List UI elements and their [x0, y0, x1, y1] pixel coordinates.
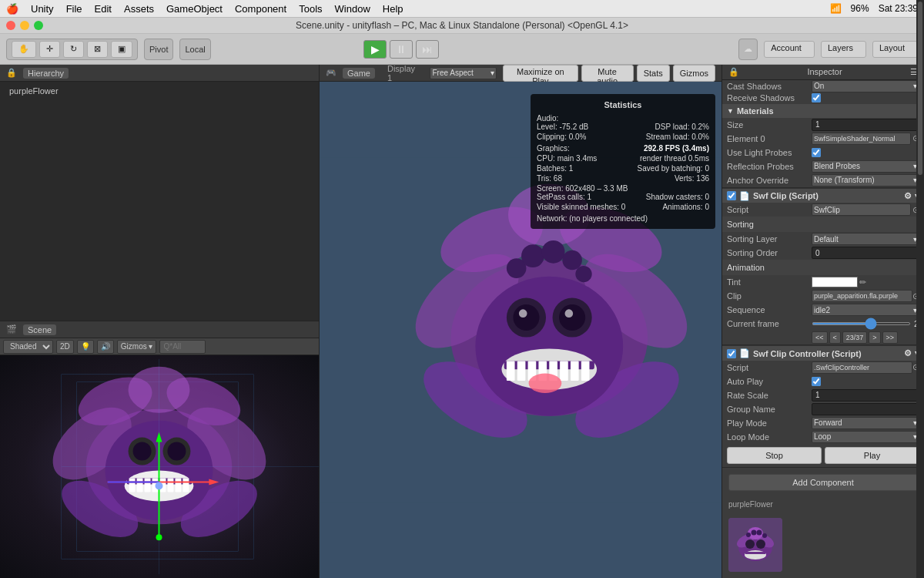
swf-clip-header[interactable]: 📄 Swf Clip (Script) ⚙ ▾: [722, 188, 924, 203]
auto-play-checkbox[interactable]: [812, 377, 821, 386]
sequence-dropdown[interactable]: idle2▾: [812, 304, 919, 316]
next-next-button[interactable]: >>: [882, 331, 899, 344]
play-action-button[interactable]: Play: [825, 447, 919, 464]
hand-tool[interactable]: ✋: [12, 41, 36, 58]
scene-tab[interactable]: Scene: [23, 324, 56, 335]
clip-label: Clip: [727, 291, 812, 301]
sorting-order-field[interactable]: [812, 247, 919, 259]
element0-dropdown[interactable]: SwfSimpleShader_Normal: [812, 133, 911, 145]
sorting-header[interactable]: Sorting: [722, 217, 924, 232]
gizmos-game-btn[interactable]: Gizmos: [673, 65, 715, 82]
layout-dropdown[interactable]: Layout: [872, 41, 918, 58]
pause-button[interactable]: ⏸: [390, 40, 413, 59]
use-light-probes-checkbox[interactable]: [812, 148, 821, 157]
stats-cpu-row: CPU: main 3.4ms render thread 0.5ms: [537, 154, 709, 163]
reflection-probes-label: Reflection Probes: [727, 162, 812, 171]
scene-viewport[interactable]: [0, 355, 319, 578]
play-mode-dropdown[interactable]: Forward▾: [812, 417, 919, 429]
light-button[interactable]: 💡: [77, 340, 94, 354]
svg-point-47: [559, 304, 585, 331]
stats-btn[interactable]: Stats: [637, 65, 670, 82]
script-dropdown[interactable]: SwfClip: [812, 203, 911, 216]
move-tool[interactable]: ✛: [39, 41, 60, 58]
rect-tool[interactable]: ▣: [111, 41, 132, 58]
swf-clip-controller-header[interactable]: 📄 Swf Clip Controller (Script) ⚙ ▾: [722, 345, 924, 361]
mute-audio-btn[interactable]: Mute audio: [581, 65, 634, 82]
scale-tool[interactable]: ⊠: [87, 41, 108, 58]
svg-point-54: [575, 266, 591, 282]
clip-dropdown[interactable]: purple_apparition.fla.purple: [812, 290, 912, 302]
controller-enabled[interactable]: [727, 349, 736, 358]
file-menu[interactable]: File: [66, 3, 82, 15]
scene-panel: 🎬 Scene Shaded 2D 💡 🔊 Gizmos ▾: [0, 321, 319, 578]
cloud-icon: ☁: [744, 44, 752, 54]
tools-menu[interactable]: Tools: [299, 3, 322, 15]
shading-dropdown[interactable]: Shaded: [3, 340, 53, 354]
aspect-dropdown[interactable]: Free Aspect▾: [430, 67, 497, 79]
help-menu[interactable]: Help: [383, 3, 403, 15]
stats-batches-row: Batches: 1 Saved by batching: 0: [537, 164, 709, 173]
swf-clip-settings-icon[interactable]: ⚙: [904, 191, 912, 201]
rotate-tool[interactable]: ↻: [63, 41, 84, 58]
stats-network: Network: (no players connected): [537, 214, 709, 223]
minimize-button[interactable]: [20, 21, 29, 30]
stats-setpass-row: SetPass calls: 1 Shadow casters: 0: [537, 193, 709, 201]
step-button[interactable]: ⏭: [416, 40, 439, 59]
assets-menu[interactable]: Assets: [124, 3, 154, 15]
prev-button[interactable]: <: [829, 331, 841, 344]
unity-menu[interactable]: Unity: [31, 3, 54, 15]
window-menu[interactable]: Window: [335, 3, 370, 15]
animation-header[interactable]: Animation: [722, 260, 924, 275]
next-button[interactable]: >: [869, 331, 880, 344]
frame-slider[interactable]: [812, 322, 911, 325]
sorting-layer-dropdown[interactable]: Default▾: [812, 233, 919, 245]
materials-header[interactable]: ▼ Materials: [722, 104, 924, 118]
rate-scale-row: Rate Scale: [722, 388, 924, 402]
svg-rect-63: [571, 361, 579, 381]
svg-point-46: [513, 304, 539, 331]
close-button[interactable]: [6, 21, 15, 30]
component-menu[interactable]: Component: [235, 3, 286, 15]
2d-button[interactable]: 2D: [56, 340, 74, 354]
add-component-button[interactable]: Add Component: [728, 474, 918, 491]
loop-mode-dropdown[interactable]: Loop▾: [812, 431, 919, 443]
hierarchy-item[interactable]: purpleFlower: [3, 85, 316, 97]
controller-script-dropdown[interactable]: .SwfClipController: [812, 361, 912, 374]
scene-search[interactable]: [159, 340, 206, 354]
game-viewport[interactable]: Statistics Audio: Level: -75.2 dB DSP lo…: [320, 82, 721, 578]
controller-settings-icon[interactable]: ⚙: [904, 348, 912, 358]
edit-menu[interactable]: Edit: [95, 3, 112, 15]
use-light-probes-row: Use Light Probes: [722, 146, 924, 160]
reflection-probes-dropdown[interactable]: Blend Probes▾: [812, 160, 919, 173]
rate-scale-label: Rate Scale: [727, 391, 812, 400]
tint-color-swatch[interactable]: [812, 277, 858, 287]
rate-scale-field[interactable]: [812, 389, 919, 402]
receive-shadows-checkbox[interactable]: [812, 93, 821, 102]
size-field[interactable]: [812, 119, 919, 131]
maximize-play-btn[interactable]: Maximize on Play: [503, 65, 578, 82]
pivot-label: Pivot: [149, 45, 168, 54]
game-tab[interactable]: Game: [343, 68, 375, 79]
svg-point-49: [565, 309, 574, 318]
inspector-title: Inspector: [807, 67, 842, 76]
gameobject-menu[interactable]: GameObject: [166, 3, 223, 15]
prev-prev-button[interactable]: <<: [812, 331, 828, 344]
cast-shadows-dropdown[interactable]: On▾: [812, 80, 919, 92]
group-name-field[interactable]: [812, 403, 919, 415]
apple-menu[interactable]: 🍎: [6, 3, 18, 15]
swf-clip-controller-section: Script .SwfClipController ⊙ Auto Play Ra…: [722, 361, 924, 468]
layers-dropdown[interactable]: Layers: [821, 41, 866, 58]
hierarchy-tab[interactable]: Hierarchy: [23, 68, 69, 79]
play-button[interactable]: ▶: [363, 40, 387, 59]
maximize-button[interactable]: [34, 21, 43, 30]
cloud-group: ☁: [738, 39, 758, 60]
gizmos-scene-btn[interactable]: Gizmos ▾: [117, 340, 157, 354]
element0-row: Element 0 SwfSimpleShader_Normal ⊙: [722, 132, 924, 146]
swf-clip-enabled[interactable]: [727, 191, 736, 200]
account-dropdown[interactable]: Account: [764, 41, 815, 58]
color-picker-icon[interactable]: ✏: [859, 277, 866, 287]
audio-button[interactable]: 🔊: [97, 340, 114, 354]
anchor-override-dropdown[interactable]: None (Transform)▾: [812, 174, 919, 187]
main-content: 🔒 Hierarchy purpleFlower 🎬 Scene Shaded …: [0, 65, 924, 578]
stop-button[interactable]: Stop: [727, 447, 822, 464]
